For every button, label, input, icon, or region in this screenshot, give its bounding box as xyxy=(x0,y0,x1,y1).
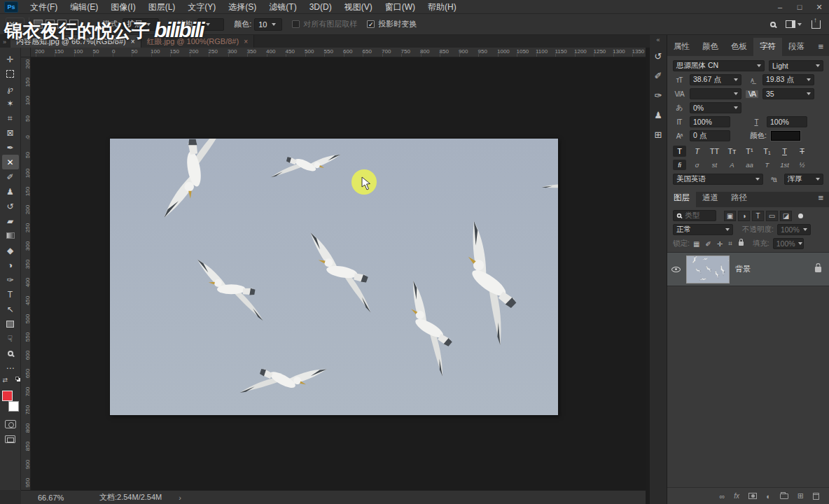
lasso-tool[interactable]: ℘ xyxy=(2,81,19,96)
brush-settings-panel-icon[interactable]: ✐ xyxy=(650,67,666,84)
menu-edit[interactable]: 编辑(E) xyxy=(64,0,104,14)
kerning-input[interactable] xyxy=(690,88,741,99)
tab-overflow-icon[interactable]: » xyxy=(0,38,11,48)
document-tab-1[interactable]: 内容感知.jpg @ 66.7%(RGB/8#)× xyxy=(11,35,141,48)
horizontal-ruler[interactable]: 2001501005005010015020025030035040045050… xyxy=(31,48,646,57)
lock-all-icon[interactable] xyxy=(739,241,744,246)
add-selection-button[interactable] xyxy=(46,20,55,29)
menu-image[interactable]: 图像(I) xyxy=(104,0,141,14)
background-color-swatch[interactable] xyxy=(8,401,19,412)
close-button[interactable]: ✕ xyxy=(809,0,829,14)
lock-artboard-icon[interactable]: ⌗ xyxy=(728,239,732,248)
content-aware-move-tool[interactable]: ✕ xyxy=(2,155,19,169)
new-group-icon[interactable] xyxy=(780,493,788,499)
layers-panel-menu-icon[interactable]: ≡ xyxy=(812,192,829,207)
opacity-input[interactable]: 100% xyxy=(777,224,811,235)
layer-row-background[interactable]: 背景 xyxy=(667,253,829,286)
status-menu-chevron[interactable]: › xyxy=(179,493,181,502)
text-color-swatch[interactable] xyxy=(771,131,800,141)
dodge-tool[interactable]: ◑ xyxy=(2,258,19,272)
type-tool-tool[interactable]: T xyxy=(2,287,19,302)
tab-character[interactable]: 字符 xyxy=(753,38,782,56)
move-tool[interactable]: ✛ xyxy=(2,52,19,66)
tab-properties[interactable]: 属性 xyxy=(667,38,696,56)
fractions-button[interactable]: ½ xyxy=(795,160,809,170)
stylistic-alternates-button[interactable]: aa xyxy=(743,160,756,170)
search-icon[interactable] xyxy=(770,22,776,27)
menu-select[interactable]: 选择(S) xyxy=(222,0,263,14)
menu-help[interactable]: 帮助(H) xyxy=(422,0,463,14)
fill-input[interactable]: 100% xyxy=(773,238,804,249)
horizontal-scale-input[interactable]: 100% xyxy=(767,116,807,127)
transform-on-drop-checkbox[interactable]: ✓ 投影时变换 xyxy=(367,19,417,29)
adjustment-layer-icon[interactable]: ◐ xyxy=(766,492,771,500)
clone-source-panel-icon[interactable]: ♟ xyxy=(650,106,666,123)
workspace-switcher[interactable] xyxy=(786,20,802,28)
vertical-ruler[interactable]: 2001501005005010015020025030035040045050… xyxy=(21,57,31,490)
menu-layer[interactable]: 图层(L) xyxy=(142,0,182,14)
menu-threed[interactable]: 3D(D) xyxy=(303,0,338,14)
faux-bold-button[interactable]: T xyxy=(673,146,686,157)
path-select-tool[interactable]: ↖ xyxy=(2,302,19,316)
font-size-input[interactable]: 38.67 点 xyxy=(690,74,741,85)
structure-input[interactable] xyxy=(197,18,224,31)
filter-pixel-icon[interactable]: ▣ xyxy=(724,211,736,221)
tab-color[interactable]: 颜色 xyxy=(696,38,725,56)
lock-position-icon[interactable]: ✛ xyxy=(717,240,723,248)
titling-alternates-button[interactable]: T xyxy=(760,160,774,170)
tab-paths[interactable]: 路径 xyxy=(725,189,753,207)
vertical-scale-input[interactable]: 100% xyxy=(690,116,730,127)
brush-tool[interactable]: ✐ xyxy=(2,169,19,184)
more-tools-tool[interactable]: ⋯ xyxy=(2,360,19,375)
quick-selection-tool[interactable]: ✶ xyxy=(2,96,19,111)
leading-input[interactable]: 19.83 点 xyxy=(762,74,814,85)
strikethrough-button[interactable]: T xyxy=(795,146,809,157)
subtract-selection-button[interactable] xyxy=(57,20,67,29)
filter-adjustment-icon[interactable]: ◑ xyxy=(738,211,750,221)
filter-shape-icon[interactable]: ▭ xyxy=(766,211,778,221)
swap-colors-icon[interactable]: ⇄ xyxy=(3,377,8,384)
menu-type[interactable]: 文字(Y) xyxy=(181,0,222,14)
clone-stamp-tool[interactable]: ♟ xyxy=(2,184,19,199)
close-icon[interactable]: × xyxy=(244,38,248,46)
tab-channels[interactable]: 通道 xyxy=(696,189,725,207)
filter-smart-object-icon[interactable]: ◪ xyxy=(780,211,792,221)
document-canvas[interactable] xyxy=(110,139,558,415)
add-mask-icon[interactable] xyxy=(748,493,757,499)
mode-select[interactable]: 扩展 xyxy=(123,18,159,31)
link-layers-icon[interactable]: ∞ xyxy=(720,492,725,500)
sample-all-layers-checkbox[interactable]: 对所有图层取样 xyxy=(292,19,357,29)
marquee-tool[interactable] xyxy=(2,66,19,81)
intersect-selection-button[interactable] xyxy=(69,20,78,29)
ruler-corner[interactable] xyxy=(21,48,31,57)
faux-italic-button[interactable]: T xyxy=(690,146,704,157)
contextual-alternates-button[interactable]: σ xyxy=(690,160,704,170)
document-tab-2[interactable]: 红眼.jpg @ 100%(RGB/8#)× xyxy=(141,35,254,48)
delete-layer-icon[interactable] xyxy=(813,493,819,500)
ps-logo[interactable]: Ps xyxy=(4,1,18,13)
small-caps-button[interactable]: Tᴛ xyxy=(725,146,739,157)
eyedropper-tool[interactable]: ✒ xyxy=(2,140,19,155)
filter-type-icon[interactable]: T xyxy=(752,211,764,221)
all-caps-button[interactable]: TT xyxy=(708,146,721,157)
underline-button[interactable]: T xyxy=(778,146,791,157)
font-style-select[interactable]: Light xyxy=(769,60,823,71)
superscript-button[interactable]: T¹ xyxy=(743,146,756,157)
history-brush-tool[interactable]: ↺ xyxy=(2,199,19,214)
share-icon[interactable] xyxy=(811,20,821,29)
gradient-tool[interactable] xyxy=(2,228,19,243)
language-select[interactable]: 美国英语 xyxy=(673,174,763,185)
lock-pixels-icon[interactable]: ✐ xyxy=(705,240,711,248)
ordinals-button[interactable]: 1st xyxy=(778,160,791,170)
layer-effects-icon[interactable]: fx xyxy=(734,492,739,500)
eraser-tool[interactable]: ▰ xyxy=(2,214,19,228)
blend-mode-select[interactable]: 正常 xyxy=(673,224,733,235)
crop-tool[interactable]: ⌗ xyxy=(2,111,19,125)
zoom-tool[interactable] xyxy=(2,346,19,360)
quick-mask-button[interactable] xyxy=(5,420,16,428)
tsume-input[interactable]: 0% xyxy=(690,102,741,113)
tab-layers[interactable]: 图层 xyxy=(667,189,696,207)
lock-transparency-icon[interactable]: ▦ xyxy=(693,240,699,248)
tracking-input[interactable]: 35 xyxy=(762,88,814,99)
tab-swatches[interactable]: 色板 xyxy=(725,38,753,56)
